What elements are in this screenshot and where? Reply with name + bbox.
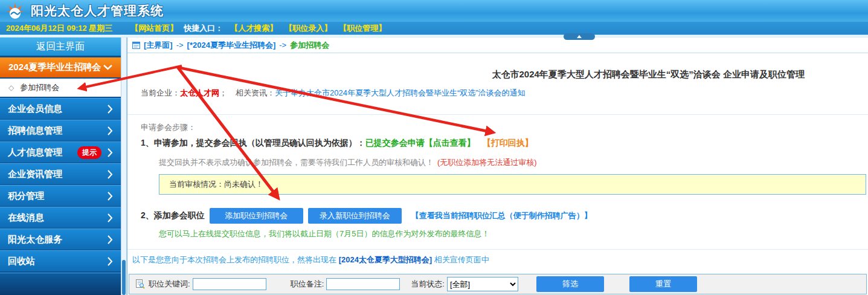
sidebar-item-join-job-fair[interactable]: ◇ 参加招聘会 <box>0 79 121 97</box>
collapse-up-icon <box>577 35 582 38</box>
chevron-right-icon <box>108 213 113 222</box>
sidebar-item-label: 参加招聘会 <box>20 82 59 93</box>
divider <box>127 249 868 250</box>
chevron-right-icon <box>108 235 113 244</box>
step1-warning: (无职位添加将无法通过审核) <box>437 158 537 167</box>
company-info-line: 当前企业：太仓人才网；相关资讯：关于举办太仓市2024年夏季大型人才招聘会暨毕业… <box>127 88 868 99</box>
step1-line: 1、申请参加，提交参会回执（以管理员确认回执为依据）：已提交参会申请【点击查看】… <box>127 138 868 149</box>
company-label: 当前企业： <box>141 88 180 97</box>
intro-prefix: 以下是您意向于本次招聘会上发布的招聘职位，然将出现在 <box>132 255 339 264</box>
content-area: 太仓市2024年夏季大型人才招聘会暨毕业生“双选”洽谈会 企业申请及职位管理 当… <box>127 53 868 295</box>
sidebar-item-label: 企业资讯管理 <box>8 169 62 180</box>
page-icon <box>132 42 140 49</box>
sidebar-splitter <box>121 37 127 295</box>
sidebar-item-label: 企业会员信息 <box>8 103 62 115</box>
company-separator: ； <box>219 88 227 97</box>
audit-status-box: 当前审核情况：尚未确认！ <box>159 174 866 195</box>
sidebar-item-label: 阳光太仓服务 <box>8 234 62 245</box>
step1-note: 提交回执并不表示成功确认参加招聘会，需要等待我们工作人员的审核和确认！ <box>159 158 434 167</box>
diamond-bullet-icon: ◇ <box>8 83 14 92</box>
top-nav-bar: 2024年06月12日 09:12 星期三 【网站首页】 快捷入口： 【人才搜索… <box>0 22 868 35</box>
sidebar-item-company-member-info[interactable]: 企业会员信息 <box>0 98 121 119</box>
sidebar-item-points-manage[interactable]: 积分管理 <box>0 185 121 206</box>
sidebar-item-recruit-info-manage[interactable]: 招聘信息管理 <box>0 120 121 141</box>
step2-label: 2、添加参会职位 <box>141 210 205 221</box>
quick-entry-label: 快捷入口： <box>184 23 223 34</box>
back-to-main-button[interactable]: 返回主界面 <box>0 37 121 56</box>
breadcrumb-main[interactable]: [主界面] <box>144 40 173 51</box>
datetime-text: 2024年06月12日 09:12 星期三 <box>6 23 112 34</box>
breadcrumb-current: 参加招聘会 <box>290 40 329 51</box>
breadcrumb-separator: -> <box>279 41 286 50</box>
main-panel: [主界面] -> [*2024夏季毕业生招聘会] -> 参加招聘会 太仓市202… <box>127 37 868 295</box>
chevron-right-icon <box>108 105 113 114</box>
remark-label: 职位备注: <box>291 279 324 290</box>
divider <box>127 114 868 115</box>
intro-suffix: 相关宣传页面中 <box>432 255 489 264</box>
hint-badge: 提示 <box>77 146 101 159</box>
keyword-input[interactable] <box>193 278 266 290</box>
home-link[interactable]: 【网站首页】 <box>130 23 178 34</box>
app-logo: 阳光太仓人才管理系统 <box>6 2 164 20</box>
chevron-down-icon <box>103 65 112 70</box>
view-application-link[interactable]: 已提交参会申请【点击查看】 <box>365 138 475 148</box>
sidebar-item-sunshine-taicang-service[interactable]: 阳光太仓服务 <box>0 229 121 250</box>
status-select[interactable]: [全部] <box>447 277 518 291</box>
step2-row: 2、添加参会职位 添加职位到招聘会 录入新职位到招聘会 【查看我当前招聘职位汇总… <box>127 208 868 224</box>
quick-link-talent-search[interactable]: 【人才搜索】 <box>230 23 277 34</box>
breadcrumb-separator: -> <box>176 41 184 50</box>
sidebar-item-label: 招聘信息管理 <box>8 125 62 137</box>
audit-status-text: 当前审核情况：尚未确认！ <box>169 180 263 189</box>
collapse-header-handle[interactable] <box>564 33 595 40</box>
sun-logo-icon <box>6 2 27 20</box>
sidebar-item-online-messages[interactable]: 在线消息 <box>0 207 121 228</box>
quick-link-job-entry[interactable]: 【职位录入】 <box>285 23 332 34</box>
chevron-right-icon <box>108 192 113 201</box>
sidebar-item-label: 在线消息 <box>8 212 44 224</box>
sidebar-item-company-news-manage[interactable]: 企业资讯管理 <box>0 163 121 184</box>
print-receipt-link[interactable]: 【打印回执】 <box>483 138 533 148</box>
remark-input[interactable] <box>326 278 400 290</box>
document-search-icon <box>135 279 145 289</box>
page-title: 太仓市2024年夏季大型人才招聘会暨毕业生“双选”洽谈会 企业申请及职位管理 <box>127 69 868 80</box>
chevron-right-icon <box>108 148 113 157</box>
sidebar-item-label: 人才信息管理 <box>8 147 62 158</box>
company-name: 太仓人才网 <box>180 88 219 97</box>
steps-heading: 申请参会步骤： <box>127 122 868 133</box>
add-job-to-fair-button[interactable]: 添加职位到招聘会 <box>210 208 303 224</box>
step2-tip: 您可以马上在线提交职位信息，我们将以截止日期（7月5日）的信息作为对外发布的最终… <box>127 229 868 239</box>
sidebar-item-talent-info-manage[interactable]: 人才信息管理 提示 <box>0 141 121 163</box>
step1-note-line: 提交回执并不表示成功确认参加招聘会，需要等待我们工作人员的审核和确认！(无职位添… <box>127 157 868 168</box>
job-filter-bar: 职位关键词: 职位备注: 当前状态: [全部] 筛选 重置 <box>129 274 867 294</box>
sidebar-footer-area <box>0 273 121 295</box>
filter-button[interactable]: 筛选 <box>536 276 604 292</box>
sidebar-item-label: 回收站 <box>8 256 35 267</box>
chevron-right-icon <box>108 126 113 135</box>
job-list-intro: 以下是您意向于本次招聘会上发布的招聘职位，然将出现在 [2024太仓夏季大型招聘… <box>127 254 868 265</box>
status-label: 当前状态: <box>411 279 445 290</box>
app-title: 阳光太仓人才管理系统 <box>31 2 164 19</box>
sidebar-item-recycle-bin[interactable]: 回收站 <box>0 250 121 271</box>
news-label: 相关资讯： <box>236 88 275 97</box>
step1-label: 1、申请参加，提交参会回执（以管理员确认回执为依据）： <box>141 138 365 148</box>
app-window: 阳光太仓人才管理系统 2024年06月12日 09:12 星期三 【网站首页】 … <box>0 0 868 295</box>
reset-button[interactable]: 重置 <box>629 276 697 292</box>
news-link[interactable]: 关于举办太仓市2024年夏季大型人才招聘会暨毕业生“双选”洽谈会的通知 <box>275 88 526 97</box>
sidebar-section-job-fair[interactable]: 2024夏季毕业生招聘会 <box>0 57 121 77</box>
sidebar: 返回主界面 2024夏季毕业生招聘会 ◇ 参加招聘会 企业会员信息 招聘信息管理 <box>0 37 121 295</box>
breadcrumb: [主界面] -> [*2024夏季毕业生招聘会] -> 参加招聘会 <box>127 37 868 53</box>
chevron-right-icon <box>108 170 113 179</box>
scrollbar-thumb[interactable] <box>122 260 126 295</box>
app-header: 阳光太仓人才管理系统 <box>0 0 868 22</box>
enter-new-job-button[interactable]: 录入新职位到招聘会 <box>308 208 402 224</box>
sidebar-section-label: 2024夏季毕业生招聘会 <box>8 62 101 73</box>
intro-fair-name: [2024太仓夏季大型招聘会] <box>339 255 432 264</box>
job-summary-link[interactable]: 【查看我当前招聘职位汇总（便于制作招聘广告）】 <box>411 210 592 221</box>
breadcrumb-job-fair[interactable]: [*2024夏季毕业生招聘会] <box>187 40 276 51</box>
sidebar-item-label: 积分管理 <box>8 190 44 202</box>
chevron-right-icon <box>108 257 113 266</box>
keyword-label: 职位关键词: <box>149 279 190 290</box>
quick-link-job-manage[interactable]: 【职位管理】 <box>339 23 386 34</box>
